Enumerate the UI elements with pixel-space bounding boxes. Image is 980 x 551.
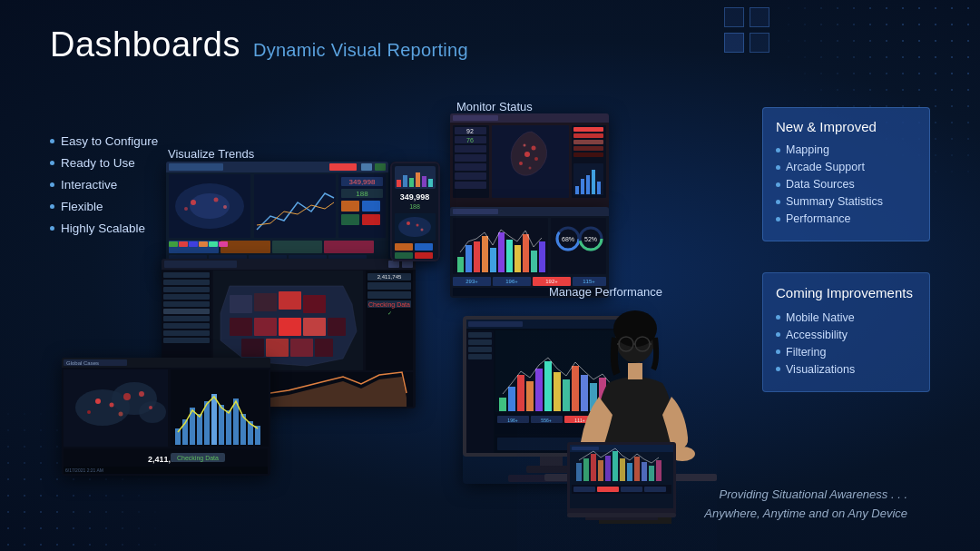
svg-rect-23 [220,241,270,253]
svg-rect-79 [573,133,603,138]
svg-rect-148 [290,339,313,357]
svg-rect-100 [514,245,521,272]
feature-bullet-text: Flexible [61,200,103,213]
bullet-dot-icon [50,204,54,209]
svg-rect-270 [585,517,658,520]
svg-rect-40 [397,180,401,187]
svg-text:2,411,745: 2,411,745 [377,274,402,280]
coming-improvements-item-text: Visualizations [786,363,855,376]
svg-point-71 [524,152,530,157]
mockup-manage-performance: 68% 52% 293+ 196+ 192+ 115+ [450,207,609,298]
svg-text:192+: 192+ [545,279,558,284]
svg-text:196+: 196+ [507,418,517,423]
svg-rect-186 [226,410,231,445]
svg-rect-258 [620,458,625,481]
feature-bullet-text: Easy to Configure [61,134,158,148]
svg-rect-25 [324,241,374,253]
svg-text:92: 92 [466,128,474,134]
svg-rect-33 [189,241,198,247]
svg-point-9 [214,198,219,202]
svg-point-177 [119,412,123,417]
svg-rect-257 [612,451,618,481]
coming-improvements-item: Visualizations [776,363,916,376]
new-improved-item: Mapping [776,143,916,156]
svg-rect-31 [169,241,178,247]
svg-rect-69 [455,182,486,189]
svg-point-170 [139,401,166,423]
svg-rect-123 [388,261,399,268]
svg-rect-21 [362,214,380,225]
svg-text:293+: 293+ [466,279,478,284]
svg-rect-102 [531,251,537,272]
title-area: Dashboards Dynamic Visual Reporting [50,25,468,64]
svg-rect-269 [567,513,676,517]
svg-rect-68 [455,172,486,180]
svg-rect-130 [163,301,210,307]
svg-rect-94 [466,245,472,272]
svg-rect-54 [415,243,433,251]
svg-text:Global Cases: Global Cases [66,360,99,366]
svg-point-49 [398,217,431,237]
svg-rect-184 [211,394,217,445]
svg-rect-36 [219,241,228,247]
svg-rect-256 [605,456,611,481]
feature-bullet: Flexible [50,200,158,213]
new-improved-heading: New & Improved [776,119,916,134]
coming-improvements-item-text: Filtering [786,346,826,359]
new-improved-item-text: Arcade Support [786,161,865,173]
feature-bullet: Highly Scalable [50,221,158,235]
svg-rect-133 [163,323,210,329]
new-improved-box: New & Improved MappingArcade SupportData… [762,107,930,241]
svg-rect-20 [341,214,359,225]
svg-rect-132 [163,316,210,321]
svg-rect-55 [395,252,413,259]
svg-rect-149 [315,339,333,357]
bullet-dot-icon [776,182,780,187]
bullet-dot-icon [776,367,780,371]
new-improved-item-text: Mapping [786,143,829,156]
bullet-dot-icon [776,349,780,354]
svg-rect-103 [539,241,545,272]
coming-improvements-item: Filtering [776,346,916,359]
svg-point-175 [149,406,152,409]
svg-rect-266 [597,487,619,492]
new-improved-item-text: Summary Statistics [786,195,883,208]
svg-point-51 [416,224,419,227]
svg-rect-96 [482,236,488,272]
svg-text:Checking Data: Checking Data [368,301,410,309]
bullet-dot-icon [50,161,54,165]
svg-rect-200 [468,321,523,327]
bottom-caption: Providing Situational Awareness . . . An… [704,486,907,524]
svg-rect-66 [455,154,486,162]
svg-rect-134 [163,330,210,336]
woman-silhouette [517,297,717,551]
svg-rect-34 [199,241,208,247]
svg-rect-122 [164,261,237,268]
coming-improvements-box: Coming Improvements Mobile NativeAccessi… [762,272,930,392]
svg-rect-19 [362,201,380,212]
feature-bullet-text: Ready to Use [61,156,135,170]
bullet-dot-icon [776,315,780,320]
svg-rect-268 [644,487,666,492]
feature-bullet-text: Highly Scalable [61,221,145,235]
svg-rect-252 [576,463,582,481]
svg-text:Checking Data: Checking Data [177,455,219,462]
svg-rect-209 [499,398,506,411]
label-visualize-trends: Visualize Trends [168,147,254,161]
deco-square-1 [724,7,744,27]
svg-rect-146 [241,339,264,357]
svg-rect-153 [368,282,411,290]
feature-bullet: Interactive [50,178,158,192]
bullet-dot-icon [776,148,780,153]
svg-rect-145 [328,318,346,336]
svg-rect-147 [266,339,289,357]
svg-rect-205 [468,339,492,345]
svg-point-171 [95,398,101,404]
bullet-dot-icon [776,332,780,337]
svg-point-176 [87,410,91,414]
svg-rect-101 [523,234,529,272]
svg-rect-24 [272,241,322,253]
svg-rect-204 [468,332,492,338]
svg-point-72 [532,146,536,151]
svg-rect-259 [627,463,632,481]
